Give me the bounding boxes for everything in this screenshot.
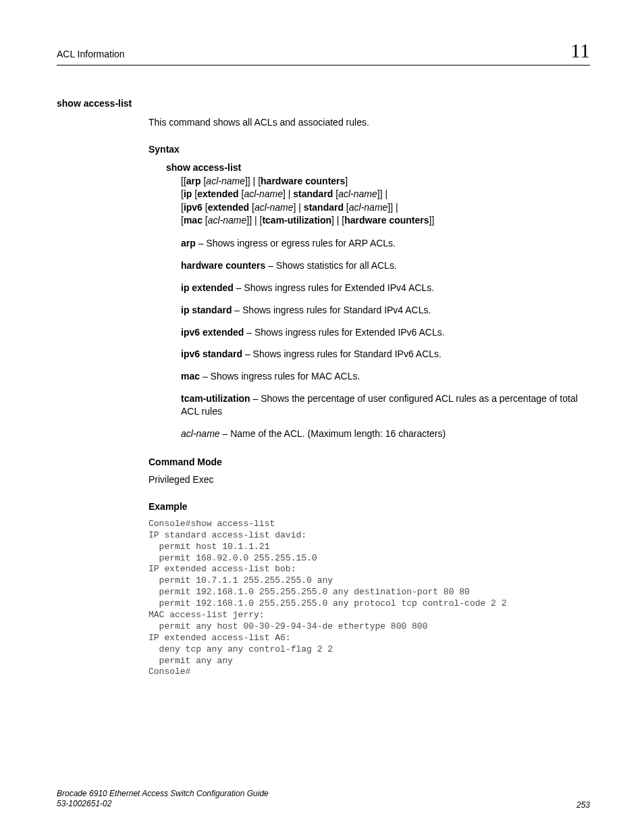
param-ip-standard: ip standard – Shows ingress rules for St… [181, 304, 590, 317]
command-name-heading: show access-list [57, 98, 590, 109]
param-ipv6-extended: ipv6 extended – Shows ingress rules for … [181, 326, 590, 339]
param-tcam-utilization: tcam-utilization – Shows the percentage … [181, 392, 590, 418]
page-container: ACL Information 11 show access-list This… [0, 0, 644, 834]
syntax-line-3: [ipv6 [extended [acl-name] | standard [a… [181, 201, 590, 215]
footer-page-number: 253 [576, 800, 590, 810]
param-ip-extended: ip extended – Shows ingress rules for Ex… [181, 282, 590, 294]
page-header: ACL Information 11 [57, 39, 590, 66]
syntax-cmd: show access-list [166, 161, 590, 175]
param-arp: arp – Shows ingress or egress rules for … [181, 237, 590, 250]
example-output: Console#show access-list IP standard acc… [149, 519, 590, 678]
param-hardware-counters: hardware counters – Shows statistics for… [181, 259, 590, 272]
page-footer: Brocade 6910 Ethernet Access Switch Conf… [57, 789, 590, 810]
footer-left: Brocade 6910 Ethernet Access Switch Conf… [57, 789, 269, 810]
param-ipv6-standard: ipv6 standard – Shows ingress rules for … [181, 348, 590, 361]
example-heading: Example [149, 501, 590, 512]
header-title: ACL Information [57, 49, 125, 59]
footer-doc-number: 53-1002651-02 [57, 799, 269, 810]
syntax-heading: Syntax [149, 144, 590, 155]
footer-book-title: Brocade 6910 Ethernet Access Switch Conf… [57, 789, 269, 800]
body-content: This command shows all ACLs and associat… [149, 117, 590, 678]
chapter-number: 11 [570, 39, 590, 62]
parameter-list: arp – Shows ingress or egress rules for … [181, 237, 590, 440]
command-intro: This command shows all ACLs and associat… [149, 117, 590, 128]
command-mode-text: Privileged Exec [149, 474, 590, 485]
command-mode-heading: Command Mode [149, 457, 590, 467]
syntax-line-4: [mac [acl-name]] | [tcam-utilization] | … [181, 214, 590, 228]
syntax-block: show access-list [[arp [acl-name]] | [ha… [166, 161, 590, 228]
param-acl-name: acl-name – Name of the ACL. (Maximum len… [181, 427, 590, 440]
param-mac: mac – Shows ingress rules for MAC ACLs. [181, 370, 590, 383]
syntax-line-1: [[arp [acl-name]] | [hardware counters] [181, 175, 590, 188]
syntax-line-2: [ip [extended [acl-name] | standard [acl… [181, 188, 590, 201]
